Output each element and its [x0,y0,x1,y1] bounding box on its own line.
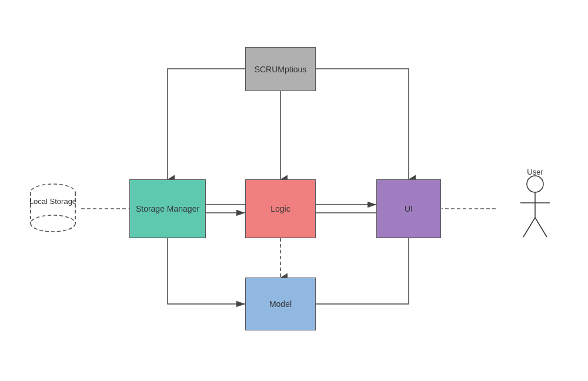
svg-point-22 [31,215,75,232]
scrumptious-box: SCRUMptious [245,47,316,91]
model-box: Model [245,278,316,330]
ui-box: UI [376,179,441,238]
user-figure: User [514,171,556,247]
svg-point-25 [527,176,543,192]
local-storage-component: Local Storage [26,179,79,238]
storage-manager-label: Storage Manager [136,204,199,213]
ui-label: UI [405,204,413,213]
logic-box: Logic [245,179,316,238]
svg-line-28 [523,218,535,237]
scrumptious-label: SCRUMptious [255,65,307,74]
logic-label: Logic [270,204,290,213]
diagram-container: Local Storage SCRUMptious Storage Manage… [0,0,588,381]
local-storage-label: Local Storage [29,197,76,206]
svg-line-29 [535,218,547,237]
model-label: Model [269,299,292,309]
storage-manager-box: Storage Manager [129,179,206,238]
